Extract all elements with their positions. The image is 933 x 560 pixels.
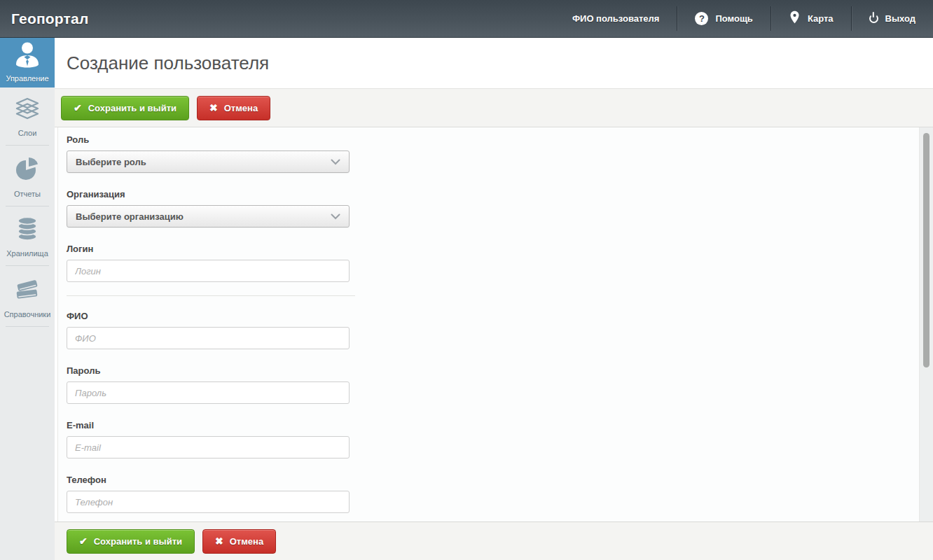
phone-input[interactable] — [67, 491, 350, 513]
sidebar-item-label: Хранилища — [6, 249, 48, 258]
login-label: Логин — [67, 244, 350, 254]
organization-select-value: Выберите организацию — [76, 211, 184, 222]
scrollbar-track[interactable] — [920, 127, 933, 522]
field-email: E-mail — [67, 420, 350, 458]
help-icon: ? — [695, 12, 708, 25]
sidebar-item-management[interactable]: Управление — [0, 38, 55, 88]
chevron-down-icon — [331, 211, 340, 222]
sidebar-item-storage[interactable]: Хранилища — [0, 206, 55, 266]
email-field[interactable] — [67, 436, 350, 458]
pie-chart-icon — [14, 155, 41, 185]
header-logout-button[interactable]: Выход — [852, 0, 933, 37]
sidebar-item-directories[interactable]: Справочники — [0, 266, 55, 327]
header-user-menu[interactable]: ФИО пользователя — [555, 0, 677, 37]
form-content: Роль Выберите роль Организация Выберите … — [55, 127, 933, 522]
fullname-input[interactable] — [67, 327, 350, 349]
layers-icon — [14, 97, 41, 124]
main-area: Создание пользователя ✔ Сохранить и выйт… — [55, 38, 933, 560]
sidebar-item-layers[interactable]: Слои — [0, 88, 55, 146]
save-and-exit-button-bottom[interactable]: ✔ Сохранить и выйти — [67, 529, 195, 554]
header-map-button[interactable]: Карта — [771, 0, 851, 37]
fullname-label: ФИО — [67, 311, 350, 321]
cancel-button[interactable]: ✖ Отмена — [197, 96, 270, 120]
bottom-toolbar: ✔ Сохранить и выйти ✖ Отмена — [55, 522, 933, 560]
field-phone: Телефон — [67, 475, 350, 513]
header-map-label: Карта — [808, 13, 834, 24]
header-help-button[interactable]: ? Помощь — [677, 0, 770, 37]
scrollbar-thumb[interactable] — [923, 133, 929, 368]
sidebar: Управление Слои Отчеты — [0, 38, 55, 560]
sidebar-item-label: Слои — [18, 129, 37, 137]
field-role: Роль Выберите роль — [67, 134, 350, 173]
field-fullname: ФИО — [67, 311, 350, 349]
database-icon — [14, 216, 41, 244]
sidebar-item-label: Управление — [6, 74, 48, 83]
password-input[interactable] — [67, 382, 350, 404]
field-password: Пароль — [67, 365, 350, 404]
x-icon: ✖ — [215, 536, 223, 546]
header-logout-label: Выход — [885, 13, 915, 24]
user-icon — [12, 39, 43, 71]
form-panel: Роль Выберите роль Организация Выберите … — [57, 127, 920, 522]
role-select[interactable]: Выберите роль — [67, 150, 350, 173]
check-icon: ✔ — [79, 536, 88, 546]
email-label: E-mail — [67, 420, 350, 430]
form-divider — [67, 295, 355, 296]
sidebar-item-label: Справочники — [4, 310, 51, 318]
password-label: Пароль — [67, 365, 350, 376]
save-button-label: Сохранить и выйти — [94, 536, 182, 547]
top-toolbar: ✔ Сохранить и выйти ✖ Отмена — [55, 89, 933, 127]
sidebar-item-reports[interactable]: Отчеты — [0, 146, 55, 206]
page-title: Создание пользователя — [67, 52, 269, 74]
header-help-label: Помощь — [715, 13, 752, 24]
role-label: Роль — [67, 134, 350, 145]
books-icon — [13, 276, 41, 305]
app-header: Геопортал ФИО пользователя ? Помощь Карт… — [0, 0, 933, 38]
header-user-label: ФИО пользователя — [572, 13, 659, 24]
organization-label: Организация — [67, 189, 350, 200]
header-menu: ФИО пользователя ? Помощь Карта Выход — [555, 0, 933, 37]
x-icon: ✖ — [209, 103, 218, 113]
cancel-button-label: Отмена — [224, 103, 258, 113]
app-root: Геопортал ФИО пользователя ? Помощь Карт… — [0, 0, 933, 560]
save-and-exit-button[interactable]: ✔ Сохранить и выйти — [61, 96, 189, 120]
chevron-down-icon — [331, 157, 340, 167]
field-login: Логин — [67, 244, 350, 282]
organization-select[interactable]: Выберите организацию — [67, 205, 350, 227]
field-organization: Организация Выберите организацию — [67, 189, 350, 227]
phone-label: Телефон — [67, 475, 350, 485]
check-icon: ✔ — [74, 103, 82, 113]
sidebar-item-label: Отчеты — [14, 190, 41, 198]
save-button-label: Сохранить и выйти — [88, 103, 177, 113]
title-bar: Создание пользователя — [55, 38, 933, 89]
power-icon — [869, 14, 878, 23]
cancel-button-bottom[interactable]: ✖ Отмена — [202, 529, 276, 554]
cancel-button-label: Отмена — [230, 536, 263, 547]
role-select-value: Выберите роль — [76, 157, 146, 167]
app-logo[interactable]: Геопортал — [0, 10, 89, 27]
login-input[interactable] — [67, 260, 350, 282]
map-pin-icon — [789, 10, 801, 27]
